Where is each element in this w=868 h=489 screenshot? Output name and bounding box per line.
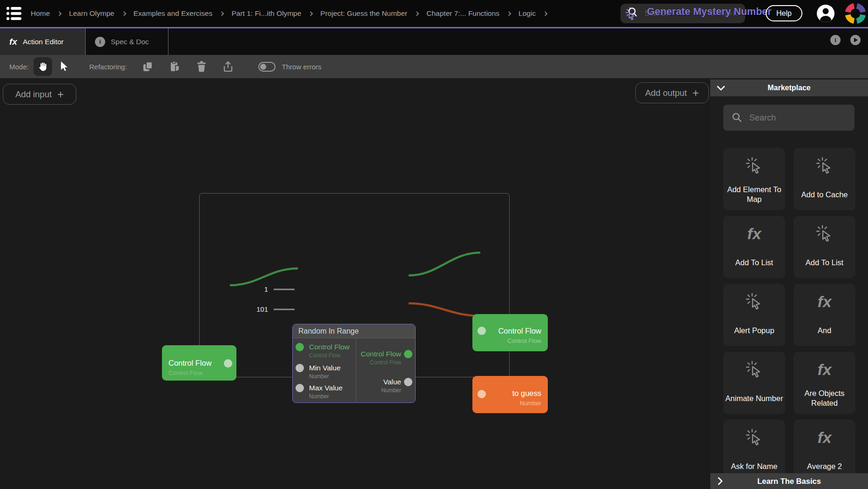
chevron-right-icon <box>309 11 313 16</box>
input-port-max-value[interactable] <box>296 384 304 392</box>
marketplace-header: Marketplace <box>710 80 868 96</box>
chevron-right-icon <box>220 11 224 16</box>
port-label: Control Flow <box>309 343 350 351</box>
marketplace-card-add-to-list[interactable]: Add To List <box>794 216 855 278</box>
node-subtitle: Number <box>520 400 541 407</box>
olympe-logo[interactable] <box>843 1 868 26</box>
learn-the-basics-bar[interactable]: Learn The Basics <box>710 473 868 489</box>
select-tool-button[interactable] <box>58 57 72 76</box>
marketplace-card-add-to-list-fx[interactable]: fx Add To List <box>723 216 785 278</box>
add-output-label: Add output <box>645 88 687 98</box>
node-subtitle: Control Flow <box>168 369 202 376</box>
user-avatar[interactable] <box>816 4 835 23</box>
marketplace-card-add-to-cache[interactable]: Add to Cache <box>794 148 855 210</box>
max-value-stub[interactable]: 101 <box>254 305 268 313</box>
export-icon <box>222 60 234 73</box>
marketplace-card-and[interactable]: fx And <box>794 284 855 346</box>
chevron-right-icon <box>507 11 511 16</box>
port-type: Number <box>309 373 329 380</box>
card-label: Alert Popup <box>725 317 783 343</box>
chevron-right-icon <box>718 477 723 485</box>
add-output-button[interactable]: Add output + <box>635 82 709 103</box>
fx-icon: fx <box>723 223 785 244</box>
port-divider <box>356 338 356 403</box>
marketplace-card-add-element-to-map[interactable]: Add Element To Map <box>723 148 785 210</box>
delete-button[interactable] <box>196 60 207 73</box>
marketplace-title: Marketplace <box>710 84 868 92</box>
marketplace-search-input[interactable]: Search <box>723 105 855 131</box>
tab-action-editor-label: Action Editor <box>23 38 64 46</box>
marketplace-card-animate-number[interactable]: Animate Number <box>723 352 785 414</box>
port-label: Max Value <box>309 384 343 392</box>
add-input-button[interactable]: Add input + <box>3 84 76 105</box>
cursor-arrow-icon <box>60 61 69 72</box>
action-canvas[interactable]: Add input + Add output + 1 101 Control F… <box>0 78 710 489</box>
output-port-control-flow[interactable] <box>404 350 412 358</box>
breadcrumb-learn-olympe[interactable]: Learn Olympe <box>69 9 114 18</box>
editor-tab-bar: fx Action Editor i Spec & Doc i <box>0 27 868 55</box>
paste-button[interactable] <box>169 60 181 73</box>
node-control-flow-start[interactable]: Control Flow Control Flow <box>162 345 236 381</box>
node-header[interactable]: Random In Range <box>293 324 415 338</box>
port-type: Control Flow <box>370 359 401 366</box>
output-port[interactable] <box>224 359 232 368</box>
node-to-guess[interactable]: to guess Number <box>472 376 548 413</box>
pan-tool-button[interactable] <box>34 57 52 76</box>
card-label: Add To List <box>725 249 783 275</box>
node-control-flow-end[interactable]: Control Flow Control Flow <box>472 314 548 351</box>
fx-icon: fx <box>9 37 17 47</box>
mode-label: Mode: <box>9 63 29 71</box>
throw-errors-toggle[interactable] <box>258 62 276 72</box>
plus-icon: + <box>693 87 699 99</box>
breadcrumb-project[interactable]: Project: Guess the Number <box>320 9 407 18</box>
fx-icon: fx <box>794 427 855 448</box>
marketplace-card-average-2[interactable]: fx Average 2 <box>794 420 855 482</box>
marketplace-card-ask-for-name[interactable]: Ask for Name <box>723 420 785 482</box>
card-label: And <box>795 317 854 343</box>
breadcrumb-examples[interactable]: Examples and Exercises <box>134 9 213 18</box>
min-value-stub[interactable]: 1 <box>254 285 268 293</box>
breadcrumb-part1[interactable]: Part 1: Fi...ith Olympe <box>231 9 301 18</box>
breadcrumb-home[interactable]: Home <box>31 9 50 18</box>
refactoring-label: Refactoring: <box>89 63 127 71</box>
breadcrumb-chapter7[interactable]: Chapter 7:... Functions <box>426 9 499 18</box>
port-label: Control Flow <box>361 350 401 358</box>
export-button[interactable] <box>222 60 234 73</box>
card-label: Add Element To Map <box>725 181 783 208</box>
plus-icon: + <box>57 89 64 100</box>
node-title: Control Flow <box>168 359 212 368</box>
collapse-panel-button[interactable] <box>717 86 725 91</box>
node-random-in-range[interactable]: Random In Range Control Flow Control Flo… <box>292 324 416 403</box>
tab-spec-doc[interactable]: i Spec & Doc <box>86 28 168 55</box>
input-port[interactable] <box>478 390 486 398</box>
cursor-click-icon <box>723 291 785 312</box>
input-port-min-value[interactable] <box>296 364 304 372</box>
menu-icon[interactable] <box>7 7 21 20</box>
fx-icon: fx <box>794 291 855 312</box>
input-port[interactable] <box>478 327 486 335</box>
cursor-click-icon <box>723 359 785 380</box>
copy-icon <box>142 60 154 73</box>
tab-action-editor[interactable]: fx Action Editor <box>0 28 86 55</box>
marketplace-card-are-objects-related[interactable]: fx Are Objects Related <box>794 352 855 414</box>
hand-icon <box>37 61 48 72</box>
top-bar: Home Learn Olympe Examples and Exercises… <box>0 0 868 27</box>
marketplace-panel: Marketplace Search Add Element To Map Ad… <box>710 78 868 489</box>
cursor-click-icon <box>723 155 785 176</box>
node-title: Control Flow <box>498 327 541 335</box>
marketplace-card-alert-popup[interactable]: Alert Popup <box>723 284 785 346</box>
info-icon: i <box>95 37 105 47</box>
play-icon[interactable] <box>850 35 861 45</box>
info-icon[interactable]: i <box>830 35 841 45</box>
output-port-value[interactable] <box>404 378 412 386</box>
breadcrumb-logic[interactable]: Logic <box>518 9 536 18</box>
fx-icon: fx <box>794 359 855 380</box>
input-port-control-flow[interactable] <box>296 343 304 351</box>
port-label: Min Value <box>309 364 341 372</box>
learn-the-basics-label: Learn The Basics <box>710 477 868 486</box>
chevron-right-icon <box>121 11 126 16</box>
card-label: Add To List <box>795 249 854 275</box>
duplicate-button[interactable] <box>142 60 154 73</box>
node-title: to guess <box>512 389 541 398</box>
help-button[interactable]: Help <box>766 5 802 21</box>
